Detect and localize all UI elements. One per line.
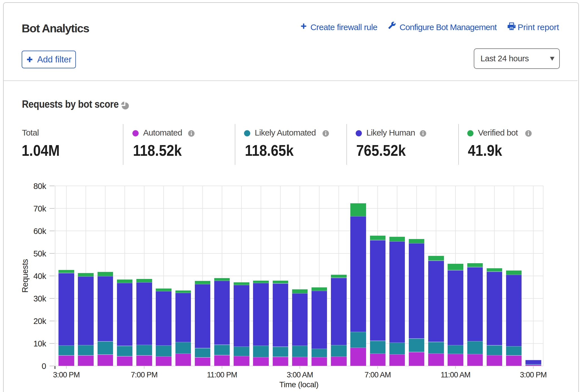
svg-text:3:00 PM: 3:00 PM <box>520 371 547 379</box>
svg-text:Requests: Requests <box>21 259 30 292</box>
svg-text:11:00 PM: 11:00 PM <box>207 371 237 379</box>
svg-text:7:00 AM: 7:00 AM <box>364 371 391 379</box>
svg-text:3:00 PM: 3:00 PM <box>53 371 80 379</box>
svg-text:40k: 40k <box>33 272 46 281</box>
svg-text:80k: 80k <box>33 182 46 191</box>
svg-text:11:00 AM: 11:00 AM <box>441 371 470 379</box>
svg-text:10k: 10k <box>33 339 46 348</box>
svg-text:20k: 20k <box>33 317 46 326</box>
svg-text:7:00 PM: 7:00 PM <box>131 371 157 379</box>
svg-text:70k: 70k <box>33 204 46 213</box>
svg-text:60k: 60k <box>33 227 46 236</box>
svg-text:30k: 30k <box>33 294 46 303</box>
svg-text:0: 0 <box>42 362 46 371</box>
svg-text:Time (local): Time (local) <box>279 380 318 389</box>
svg-text:3:00 AM: 3:00 AM <box>287 371 313 379</box>
svg-text:50k: 50k <box>33 249 46 258</box>
